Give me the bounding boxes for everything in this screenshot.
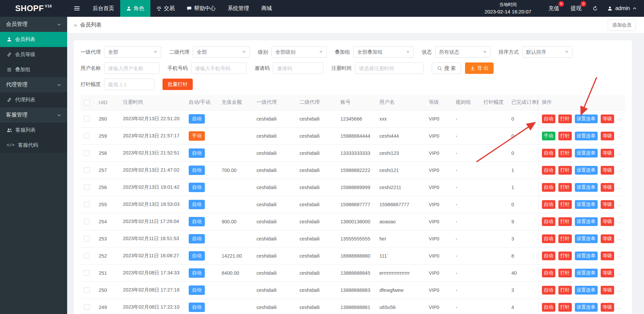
nav-help-center[interactable]: 帮助中心: [181, 0, 222, 17]
invite-code-input[interactable]: [273, 62, 323, 74]
set-chain-button[interactable]: 设置连单: [575, 286, 598, 295]
username-input[interactable]: [104, 62, 159, 74]
refresh-button[interactable]: [587, 0, 603, 17]
needle-button[interactable]: 打针: [558, 166, 572, 175]
needle-button[interactable]: 打针: [558, 217, 572, 226]
nav-mall[interactable]: 商城: [255, 0, 278, 17]
needle-range-input[interactable]: [104, 79, 154, 90]
sidebar-item-agent-list[interactable]: 代理列表: [0, 92, 67, 107]
select-all-checkbox[interactable]: [84, 100, 90, 105]
needle-button[interactable]: 打针: [558, 132, 572, 140]
sidebar-group-service-management[interactable]: 客服管理: [0, 107, 67, 123]
level-button[interactable]: 等级: [601, 132, 614, 140]
sidebar-group-member-management[interactable]: 会员管理: [0, 17, 67, 32]
row-checkbox[interactable]: [84, 150, 90, 156]
level-button[interactable]: 等级: [601, 269, 614, 277]
hamburger-menu-button[interactable]: [67, 0, 87, 17]
more-actions[interactable]: ...: [617, 116, 622, 121]
level-button[interactable]: 等级: [601, 217, 614, 226]
needle-button[interactable]: 打针: [558, 234, 572, 243]
row-checkbox[interactable]: [84, 219, 90, 224]
batch-needle-button[interactable]: 批量打针: [163, 79, 193, 90]
sidebar-item-service-list[interactable]: 客服列表: [0, 123, 67, 138]
needle-button[interactable]: 打针: [558, 252, 572, 260]
level-button[interactable]: 等级: [601, 166, 614, 175]
mode-toggle-button[interactable]: 自动: [542, 252, 555, 260]
set-chain-button[interactable]: 设置连单: [575, 115, 598, 123]
set-chain-button[interactable]: 设置连单: [575, 252, 598, 260]
more-actions[interactable]: ...: [617, 218, 622, 224]
more-actions[interactable]: ...: [617, 304, 622, 310]
row-checkbox[interactable]: [84, 184, 90, 190]
mode-toggle-button[interactable]: 自动: [542, 166, 555, 175]
more-actions[interactable]: ...: [617, 235, 622, 241]
mode-toggle-button[interactable]: 自动: [542, 200, 555, 209]
mode-toggle-button[interactable]: 自动: [542, 115, 555, 123]
more-actions[interactable]: ...: [617, 133, 622, 138]
needle-button[interactable]: 打针: [558, 183, 572, 192]
agent1-select[interactable]: 全部: [104, 46, 161, 58]
needle-button[interactable]: 打针: [558, 200, 572, 209]
needle-button[interactable]: 打针: [558, 269, 572, 277]
nav-trade[interactable]: 交易: [150, 0, 181, 17]
register-time-input[interactable]: [355, 62, 424, 74]
set-chain-button[interactable]: 设置连单: [575, 303, 598, 312]
more-actions[interactable]: ...: [617, 270, 622, 275]
row-checkbox[interactable]: [84, 287, 90, 293]
set-chain-button[interactable]: 设置连单: [575, 217, 598, 226]
recharge-notifications[interactable]: 充值 6: [543, 0, 565, 17]
row-checkbox[interactable]: [84, 116, 90, 122]
mode-toggle-button[interactable]: 手动: [542, 132, 555, 140]
needle-button[interactable]: 打针: [558, 286, 572, 295]
status-select[interactable]: 所有状态: [435, 46, 491, 58]
mode-toggle-button[interactable]: 自动: [542, 269, 555, 277]
needle-button[interactable]: 打针: [558, 149, 572, 158]
more-actions[interactable]: ...: [617, 150, 622, 155]
sidebar-item-service-code[interactable]: </> 客服代码: [0, 138, 67, 153]
nav-role[interactable]: 角色: [120, 0, 150, 17]
needle-button[interactable]: 打针: [558, 115, 572, 123]
sidebar-item-member-level[interactable]: 会员等级: [0, 47, 67, 62]
mode-toggle-button[interactable]: 自动: [542, 217, 555, 226]
sort-select[interactable]: 默认排序: [522, 46, 572, 58]
more-actions[interactable]: ...: [617, 167, 622, 173]
more-actions[interactable]: ...: [617, 184, 622, 190]
set-chain-button[interactable]: 设置连单: [575, 269, 598, 277]
mode-toggle-button[interactable]: 自动: [542, 183, 555, 192]
sidebar-item-member-list[interactable]: 会员列表: [0, 32, 67, 47]
level-button[interactable]: 等级: [601, 303, 614, 312]
row-checkbox[interactable]: [84, 304, 90, 310]
needle-button[interactable]: 打针: [558, 303, 572, 312]
search-button[interactable]: 搜 索: [432, 62, 461, 74]
level-button[interactable]: 等级: [601, 183, 614, 192]
level-button[interactable]: 等级: [601, 115, 614, 123]
set-chain-button[interactable]: 设置连单: [575, 234, 598, 243]
row-checkbox[interactable]: [84, 133, 90, 139]
nav-home[interactable]: 后台首页: [87, 0, 120, 17]
set-chain-button[interactable]: 设置连单: [575, 200, 598, 209]
overlay-group-select[interactable]: 全部叠加组: [353, 46, 414, 58]
mode-toggle-button[interactable]: 自动: [542, 286, 555, 295]
level-select[interactable]: 全部级别: [271, 46, 327, 58]
set-chain-button[interactable]: 设置连单: [575, 149, 598, 158]
withdraw-notifications[interactable]: 提现 0: [565, 0, 587, 17]
sidebar-group-agent-management[interactable]: 代理管理: [0, 77, 67, 92]
level-button[interactable]: 等级: [601, 200, 614, 209]
row-checkbox[interactable]: [84, 167, 90, 173]
row-checkbox[interactable]: [84, 253, 90, 259]
admin-menu[interactable]: admin: [603, 0, 644, 17]
nav-system[interactable]: 系统管理: [222, 0, 255, 17]
row-checkbox[interactable]: [84, 270, 90, 276]
more-actions[interactable]: ...: [617, 201, 622, 207]
mode-toggle-button[interactable]: 自动: [542, 149, 555, 158]
level-button[interactable]: 等级: [601, 252, 614, 260]
export-button[interactable]: 导 出: [465, 62, 494, 74]
add-member-button[interactable]: 添加会员: [608, 19, 636, 31]
set-chain-button[interactable]: 设置连单: [575, 132, 598, 140]
level-button[interactable]: 等级: [601, 286, 614, 295]
level-button[interactable]: 等级: [601, 149, 614, 158]
mode-toggle-button[interactable]: 自动: [542, 234, 555, 243]
mode-toggle-button[interactable]: 自动: [542, 303, 555, 312]
sidebar-item-overlay-group[interactable]: 叠加组: [0, 62, 67, 77]
agent2-select[interactable]: 全部: [193, 46, 250, 58]
